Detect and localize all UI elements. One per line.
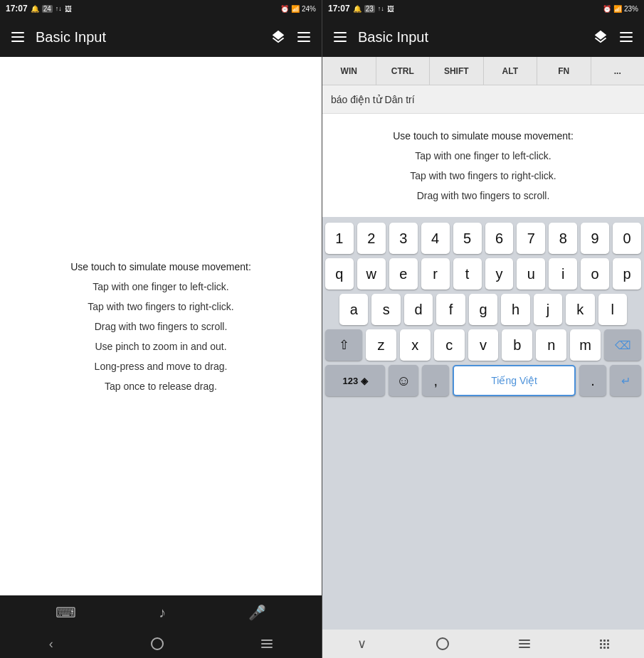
left-line2: Tap with one finger to left-click. [93, 277, 228, 297]
right-data-icon: ↑↓ [378, 5, 384, 12]
left-content: Use touch to simulate mouse movement: Ta… [0, 57, 322, 595]
key-d[interactable]: d [404, 294, 433, 325]
key-period[interactable]: . [579, 365, 606, 396]
left-title: Basic Input [36, 29, 259, 46]
right-line4: Drag with two fingers to scroll. [417, 186, 550, 206]
right-content: Use touch to simulate mouse movement: Ta… [322, 114, 644, 217]
key-x[interactable]: x [400, 329, 431, 361]
left-menu-icon[interactable] [11, 32, 24, 42]
modifier-shift[interactable]: SHIFT [430, 57, 484, 85]
key-g[interactable]: g [469, 294, 497, 325]
right-system-nav: ∨ [322, 630, 644, 658]
key-j[interactable]: j [534, 294, 562, 325]
key-4[interactable]: 4 [421, 223, 450, 254]
right-alarm-icon: ⏰ [603, 5, 611, 13]
right-menu-icon[interactable] [334, 32, 347, 42]
key-1[interactable]: 1 [325, 223, 354, 254]
right-top-bar: Basic Input [322, 17, 644, 57]
modifier-alt[interactable]: ALT [484, 57, 538, 85]
left-system-nav: ‹ [0, 630, 322, 658]
key-6[interactable]: 6 [485, 223, 514, 254]
key-backspace[interactable]: ⌫ [604, 329, 641, 361]
key-9[interactable]: 9 [581, 223, 609, 254]
key-l[interactable]: l [598, 294, 627, 325]
key-7[interactable]: 7 [517, 223, 545, 254]
right-status-left: 17:07 🔔 23 ↑↓ 🖼 [328, 4, 394, 14]
left-layers-icon[interactable] [270, 29, 286, 45]
kb-row-asdf: a s d f g h j k l [325, 294, 641, 325]
key-u[interactable]: u [517, 258, 545, 290]
right-panel: 17:07 🔔 23 ↑↓ 🖼 ⏰ 📶 23% Basic Input WIN [322, 0, 644, 658]
key-emoji[interactable]: ☺ [389, 365, 418, 396]
music-icon[interactable]: ♪ [159, 605, 166, 621]
key-2[interactable]: 2 [357, 223, 386, 254]
key-f[interactable]: f [436, 294, 465, 325]
modifier-bar: WIN CTRL SHIFT ALT FN ... [322, 57, 644, 85]
key-q[interactable]: q [325, 258, 354, 290]
key-8[interactable]: 8 [549, 223, 577, 254]
left-home-button[interactable] [151, 637, 164, 650]
left-battery: 24% [302, 5, 316, 13]
key-0[interactable]: 0 [613, 223, 641, 254]
right-down-button[interactable]: ∨ [357, 636, 366, 652]
text-input-value: báo điện tử Dân trí [331, 94, 415, 105]
right-wifi-icon: 📶 [613, 5, 622, 13]
key-shift[interactable]: ⇧ [325, 329, 362, 361]
left-panel: 17:07 🔔 24 ↑↓ 🖼 ⏰ 📶 24% Basic Input Use [0, 0, 322, 658]
key-comma[interactable]: , [422, 365, 449, 396]
key-3[interactable]: 3 [389, 223, 418, 254]
kb-row-zxcv: ⇧ z x c v b n m ⌫ [325, 329, 641, 361]
key-n[interactable]: n [536, 329, 566, 361]
left-line1: Use touch to simulate mouse movement: [70, 257, 251, 277]
right-home-button[interactable] [436, 637, 449, 650]
right-img-icon: 🖼 [387, 5, 394, 13]
modifier-ctrl[interactable]: CTRL [376, 57, 431, 85]
keyboard: 1 2 3 4 5 6 7 8 9 0 q w e r t y u i o p … [322, 217, 644, 630]
key-w[interactable]: w [357, 258, 386, 290]
key-v[interactable]: v [468, 329, 499, 361]
key-k[interactable]: k [566, 294, 594, 325]
right-line1: Use touch to simulate mouse movement: [393, 126, 574, 146]
keyboard-icon[interactable]: ⌨ [56, 604, 76, 621]
left-alarm-icon: ⏰ [280, 5, 289, 13]
left-num-icon: 24 [42, 5, 53, 13]
text-input-bar[interactable]: báo điện tử Dân trí [322, 85, 644, 114]
key-o[interactable]: o [581, 258, 609, 290]
right-grid-button[interactable] [600, 640, 609, 649]
modifier-more[interactable]: ... [591, 57, 645, 85]
modifier-fn[interactable]: FN [537, 57, 591, 85]
key-space[interactable]: Tiếng Việt [453, 365, 576, 396]
key-c[interactable]: c [434, 329, 465, 361]
key-i[interactable]: i [549, 258, 577, 290]
key-enter[interactable]: ↵ [610, 365, 641, 396]
left-bottom-nav: ⌨ ♪ 🎤 [0, 595, 322, 630]
key-h[interactable]: h [501, 294, 529, 325]
key-num123[interactable]: 123 ◈ [325, 365, 385, 396]
modifier-win[interactable]: WIN [322, 57, 376, 85]
key-y[interactable]: y [485, 258, 514, 290]
mic-icon[interactable]: 🎤 [248, 604, 266, 621]
key-p[interactable]: p [613, 258, 641, 290]
left-overflow-icon[interactable] [297, 32, 310, 42]
left-line6: Long-press and move to drag. [95, 356, 228, 376]
right-num-icon: 23 [364, 5, 375, 13]
key-e[interactable]: e [389, 258, 418, 290]
key-z[interactable]: z [366, 329, 396, 361]
right-recents-button[interactable] [519, 640, 530, 648]
left-back-button[interactable]: ‹ [49, 637, 53, 652]
key-b[interactable]: b [502, 329, 532, 361]
right-title: Basic Input [358, 29, 581, 46]
key-t[interactable]: t [453, 258, 482, 290]
right-overflow-icon[interactable] [620, 32, 633, 42]
right-top-icons [593, 29, 633, 45]
right-battery: 23% [624, 5, 638, 13]
key-r[interactable]: r [421, 258, 450, 290]
key-5[interactable]: 5 [453, 223, 482, 254]
key-s[interactable]: s [371, 294, 400, 325]
right-layers-icon[interactable] [593, 29, 608, 45]
left-recents-button[interactable] [261, 640, 273, 648]
key-a[interactable]: a [339, 294, 368, 325]
left-line3: Tap with two fingers to right-click. [88, 297, 233, 317]
key-m[interactable]: m [570, 329, 601, 361]
kb-row-bottom: 123 ◈ ☺ , Tiếng Việt . ↵ [325, 365, 641, 396]
